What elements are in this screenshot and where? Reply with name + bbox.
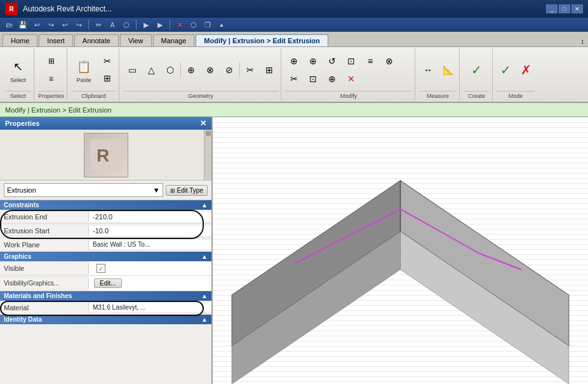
qa-play2[interactable]: ▶ bbox=[154, 19, 166, 31]
properties-close-button[interactable]: ✕ bbox=[200, 119, 206, 128]
cancel-mode-button[interactable]: ✗ bbox=[517, 62, 535, 78]
qa-save[interactable]: 💾 bbox=[17, 19, 29, 31]
tab-manage[interactable]: Manage bbox=[153, 34, 195, 46]
clipboard-group-label: Clipboard bbox=[71, 91, 116, 99]
rectangle-tool[interactable]: ▭ bbox=[123, 62, 141, 78]
extrusion-end-value[interactable]: -210.0 bbox=[89, 212, 211, 222]
tab-annotate[interactable]: Annotate bbox=[74, 34, 119, 46]
join-tool[interactable]: ⊞ bbox=[260, 62, 278, 78]
geometry-group-label: Geometry bbox=[123, 91, 278, 99]
qa-hex[interactable]: ⬡ bbox=[120, 19, 133, 31]
copy-button[interactable]: ⊞ bbox=[98, 70, 116, 86]
cut-button[interactable]: ✂ bbox=[98, 53, 116, 69]
create-group-label: Create bbox=[464, 91, 490, 99]
tab-home[interactable]: Home bbox=[3, 34, 37, 46]
qa-arrow[interactable]: ▲ bbox=[215, 19, 228, 31]
graphics-collapse-icon: ▲ bbox=[201, 253, 208, 260]
materials-section-header[interactable]: Materials and Finishes ▲ bbox=[0, 291, 211, 301]
add-tool[interactable]: ⊕ bbox=[182, 62, 200, 78]
rotate-tool[interactable]: ↺ bbox=[323, 53, 341, 69]
split-tool[interactable]: ⊡ bbox=[304, 71, 322, 87]
status-bar: Modify | Extrusion > Edit Extrusion bbox=[0, 103, 588, 117]
qa-open[interactable]: 🗁 bbox=[3, 19, 15, 31]
edit-type-button[interactable]: ⊞ Edit Type bbox=[166, 185, 208, 196]
subtract-tool[interactable]: ⊗ bbox=[201, 62, 219, 78]
ribbon-group-props-content: ⊞ ≡ bbox=[38, 50, 64, 90]
mirror-tool[interactable]: ⊡ bbox=[342, 53, 360, 69]
qa-play1[interactable]: ▶ bbox=[140, 19, 152, 31]
move-tool[interactable]: ⊕ bbox=[285, 53, 303, 69]
viewport bbox=[213, 117, 588, 384]
qa-hex2[interactable]: ⬡ bbox=[187, 19, 200, 31]
type-dropdown[interactable]: Extrusion ▼ bbox=[4, 183, 163, 197]
paste-icon: 📋 bbox=[74, 57, 94, 77]
ribbon-group-create-content: ✓ bbox=[464, 50, 490, 90]
offset-tool[interactable]: ⊕ bbox=[323, 71, 341, 87]
minimize-button[interactable]: _ bbox=[546, 4, 558, 13]
constraints-section-header[interactable]: Constraints ▲ bbox=[0, 200, 211, 210]
visible-checkbox[interactable]: ✓ bbox=[97, 264, 105, 273]
triangle-tool[interactable]: △ bbox=[142, 62, 160, 78]
type-selector: Extrusion ▼ ⊞ Edit Type bbox=[0, 181, 211, 200]
tab-modify-extrusion[interactable]: Modify | Extrusion > Edit Extrusion bbox=[196, 34, 328, 46]
qa-copy[interactable]: ❐ bbox=[201, 19, 214, 31]
extrusion-start-label: Extrusion Start bbox=[0, 226, 89, 236]
ribbon-group-geometry: ▭ △ ⬡ ⊕ ⊗ ⊘ ✂ ⊞ Geometry bbox=[121, 48, 281, 100]
qa-redo1[interactable]: ↪ bbox=[44, 19, 57, 31]
extrusion-end-row: Extrusion End -210.0 bbox=[0, 210, 211, 224]
properties-title: Properties bbox=[5, 120, 39, 127]
measure-distance-tool[interactable]: ↔ bbox=[419, 62, 437, 78]
properties-panel-header: Properties ✕ bbox=[0, 117, 211, 130]
ribbon-group-properties: ⊞ ≡ Properties bbox=[36, 48, 67, 100]
scrollbar-thumb[interactable] bbox=[206, 131, 211, 136]
ribbon-tabs: Home Insert Annotate View Manage Modify … bbox=[0, 32, 588, 47]
ribbon-group-measure: ↔ 📐 Measure bbox=[417, 48, 460, 100]
qa-close-red[interactable]: ✕ bbox=[173, 19, 186, 31]
identity-section-header[interactable]: Identity Data ▲ bbox=[0, 315, 211, 324]
maximize-button[interactable]: □ bbox=[559, 4, 570, 13]
modify-tool-button[interactable]: ↖ Select bbox=[6, 55, 31, 85]
modify-label: Select bbox=[10, 77, 26, 83]
array-tool[interactable]: ≡ bbox=[361, 53, 379, 69]
extrusion-start-value[interactable]: -10.0 bbox=[89, 226, 211, 236]
qa-edit[interactable]: ✏ bbox=[92, 19, 105, 31]
tab-insert[interactable]: Insert bbox=[39, 34, 73, 46]
window-controls: _ □ ✕ bbox=[546, 4, 583, 13]
qa-text[interactable]: A bbox=[106, 19, 119, 31]
copy-mod-tool[interactable]: ⊕ bbox=[304, 53, 322, 69]
type-properties-button[interactable]: ≡ bbox=[43, 71, 60, 87]
visibility-graphics-row: Visibility/Graphics... Edit... bbox=[0, 276, 211, 291]
qa-redo2[interactable]: ↪ bbox=[72, 19, 85, 31]
properties-palette-button[interactable]: ⊞ bbox=[43, 53, 60, 69]
paste-button[interactable]: 📋 Paste bbox=[71, 55, 97, 85]
extrusion-start-row: Extrusion Start -10.0 bbox=[0, 224, 211, 238]
delete-tool[interactable]: ✕ bbox=[342, 71, 360, 87]
ribbon-group-clip-content: 📋 Paste ✂ ⊞ bbox=[71, 50, 116, 90]
circle-tool[interactable]: ⬡ bbox=[161, 62, 179, 78]
scale-tool[interactable]: ⊗ bbox=[380, 53, 398, 69]
intersect-tool[interactable]: ⊘ bbox=[220, 62, 238, 78]
measure-angle-tool[interactable]: 📐 bbox=[439, 62, 457, 78]
ribbon-group-clipboard: 📋 Paste ✂ ⊞ Clipboard bbox=[69, 48, 119, 100]
main-area: Properties ✕ R Extrusion ▼ bbox=[0, 117, 588, 384]
material-value[interactable]: M31.6 Lasilevyt, ... bbox=[89, 303, 211, 312]
identity-section: Identity Data ▲ bbox=[0, 315, 211, 324]
finish-mode-button[interactable]: ✓ bbox=[497, 62, 514, 78]
work-plane-value[interactable]: Basic Wall : US To... bbox=[89, 240, 211, 249]
ribbon-group-select: ↖ Select Select bbox=[3, 48, 34, 100]
tab-view[interactable]: View bbox=[120, 34, 152, 46]
quick-access-toolbar: 🗁 💾 ↩ ↪ ↩ ↪ ✏ A ⬡ ▶ ▶ ✕ ⬡ ❐ ▲ bbox=[0, 18, 588, 32]
ribbon-extra-btn[interactable]: ↕ bbox=[577, 36, 589, 46]
properties-group-label: Properties bbox=[38, 91, 64, 99]
cut-geo-tool[interactable]: ✂ bbox=[241, 62, 259, 78]
work-plane-label: Work Plane bbox=[0, 240, 89, 250]
trim-tool[interactable]: ✂ bbox=[285, 71, 303, 87]
qa-undo1[interactable]: ↩ bbox=[30, 19, 43, 31]
constraints-collapse-icon: ▲ bbox=[201, 202, 208, 209]
graphics-section-header[interactable]: Graphics ▲ bbox=[0, 252, 211, 261]
visibility-graphics-edit-button[interactable]: Edit... bbox=[94, 278, 122, 288]
close-button[interactable]: ✕ bbox=[571, 4, 583, 13]
svg-text:R: R bbox=[97, 146, 109, 165]
create-confirm-button[interactable]: ✓ bbox=[468, 62, 486, 78]
qa-undo2[interactable]: ↩ bbox=[58, 19, 71, 31]
